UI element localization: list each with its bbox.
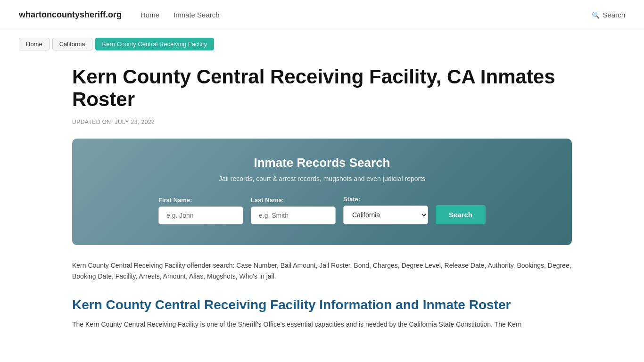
last-name-group: Last Name: [251,197,336,224]
breadcrumb-home[interactable]: Home [19,38,50,50]
main-content: Kern County Central Receiving Facility, … [53,56,591,349]
search-widget: Inmate Records Search Jail records, cour… [72,139,572,245]
state-group: State: AlabamaAlaskaArizonaArkansasCalif… [343,196,428,224]
site-brand[interactable]: whartoncountysheriff.org [19,10,122,20]
breadcrumb-facility[interactable]: Kern County Central Receiving Facility [95,38,215,50]
navbar: whartoncountysheriff.org Home Inmate Sea… [0,0,644,30]
first-name-group: First Name: [158,197,243,224]
breadcrumb: Home California Kern County Central Rece… [0,30,644,56]
state-select[interactable]: AlabamaAlaskaArizonaArkansasCaliforniaCo… [343,206,428,224]
nav-home[interactable]: Home [140,11,159,19]
first-name-input[interactable] [158,206,243,224]
section-title: Kern County Central Receiving Facility I… [72,297,572,313]
search-button[interactable]: Search [436,205,486,224]
nav-inmate-search[interactable]: Inmate Search [173,11,220,19]
search-widget-subtitle: Jail records, court & arrest records, mu… [100,175,544,182]
description-text: Kern County Central Receiving Facility o… [72,260,572,283]
search-icon: 🔍 [592,11,600,19]
breadcrumb-california[interactable]: California [52,38,92,50]
search-fields: First Name: Last Name: State: AlabamaAla… [100,196,544,224]
state-label: State: [343,196,428,203]
nav-links: Home Inmate Search [140,11,592,19]
nav-search-label: Search [603,11,625,19]
nav-search-button[interactable]: 🔍 Search [592,11,625,19]
page-title: Kern County Central Receiving Facility, … [72,66,572,111]
updated-label: UPDATED ON: JULY 23, 2022 [72,119,572,125]
section-body: The Kern County Central Receiving Facili… [72,319,572,330]
last-name-label: Last Name: [251,197,336,204]
first-name-label: First Name: [158,197,243,204]
search-widget-title: Inmate Records Search [100,156,544,170]
last-name-input[interactable] [251,206,336,224]
